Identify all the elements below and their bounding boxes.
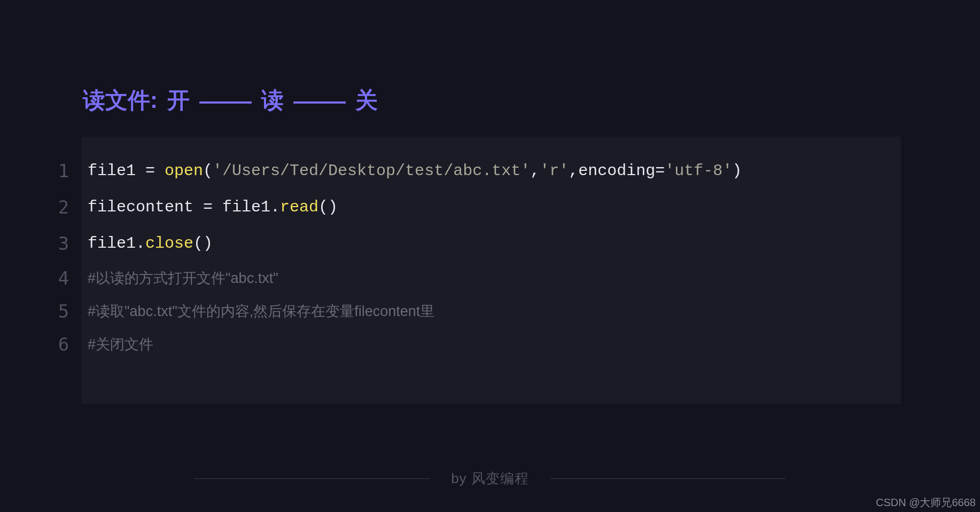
code-block: 1 file1 = open('/Users/Ted/Desktop/test/… xyxy=(81,137,901,404)
line-number: 3 xyxy=(48,233,79,254)
code-content: file1.close() xyxy=(79,234,213,253)
line-number: 2 xyxy=(48,196,79,218)
title-step-3: 关 xyxy=(355,85,378,115)
code-comment: #关闭文件 xyxy=(79,335,153,354)
footer-credit: by 风变编程 xyxy=(451,469,529,488)
title-dash-1 xyxy=(199,101,252,104)
footer-divider-right xyxy=(550,478,785,479)
line-number: 5 xyxy=(48,301,79,322)
code-content: file1 = open('/Users/Ted/Desktop/test/ab… xyxy=(79,162,742,180)
footer: by 风变编程 xyxy=(0,469,980,488)
line-number: 6 xyxy=(48,334,79,355)
code-comment: #以读的方式打开文件"abc.txt" xyxy=(79,269,278,288)
title-step-2: 读 xyxy=(261,85,284,115)
line-number: 1 xyxy=(48,160,79,182)
code-line-6: 6 #关闭文件 xyxy=(81,328,901,361)
code-line-2: 2 filecontent = file1.read() xyxy=(81,189,901,225)
code-comment: #读取"abc.txt"文件的内容,然后保存在变量filecontent里 xyxy=(79,302,434,321)
code-content: filecontent = file1.read() xyxy=(79,198,338,216)
title-label: 读文件: xyxy=(83,85,158,115)
title-step-1: 开 xyxy=(167,85,190,115)
code-line-3: 3 file1.close() xyxy=(81,225,901,262)
code-line-4: 4 #以读的方式打开文件"abc.txt" xyxy=(81,262,901,295)
line-number: 4 xyxy=(48,267,79,289)
code-line-1: 1 file1 = open('/Users/Ted/Desktop/test/… xyxy=(81,153,901,189)
footer-divider-left xyxy=(195,478,430,479)
code-line-5: 5 #读取"abc.txt"文件的内容,然后保存在变量filecontent里 xyxy=(81,295,901,328)
title-dash-2 xyxy=(293,101,346,104)
slide-title: 读文件: 开 读 关 xyxy=(83,85,378,115)
watermark: CSDN @大师兄6668 xyxy=(876,495,976,510)
